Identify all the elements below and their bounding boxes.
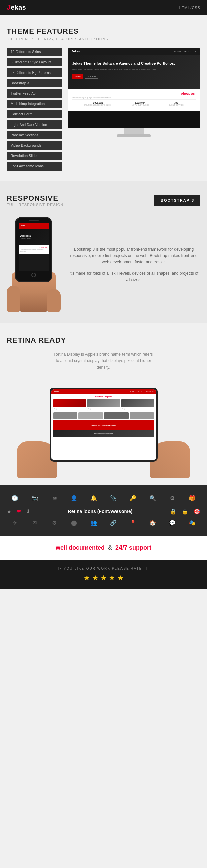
icons-grid-top: 🕐 📷 ✉ 👤 🔔 📎 🔑 🔍 ⚙ 🎁 xyxy=(7,495,200,501)
tablet-card-label-1: Project 1 xyxy=(53,407,86,411)
feature-btn-2[interactable]: 26 Differents Bg Patterns xyxy=(7,68,62,77)
logo-j-letter: J xyxy=(7,4,10,11)
monitor-mockup: Jekas. HOME ABOUT S Jekas Theme for Soft… xyxy=(67,48,200,137)
monitor-about: About Us. The flexible way to give your … xyxy=(68,89,200,112)
tablet-thumb-3 xyxy=(104,412,129,419)
feature-btn-3[interactable]: Bootstrap 3 xyxy=(7,79,62,87)
phone-about-text: Lorem ipsum dolor sit amet consectetur a… xyxy=(20,249,47,252)
monitor-hero-text: lorem ipsum, diqui alte, varnisi lego se… xyxy=(72,68,196,71)
responsive-content: Jekas. WEB DESIGN! Creative & Modern Abo… xyxy=(7,217,200,312)
tablet-card-2: Project 2 xyxy=(87,399,120,411)
icon-chat: 💬 xyxy=(164,520,181,526)
tablet-portfolio-title: Portfolio Projects xyxy=(53,396,154,398)
icon-home: 🏠 xyxy=(145,520,161,526)
tablet-body: Jekas. HOME ABOUT PORTFOLIO Portfolio Pr… xyxy=(50,388,157,462)
logo: Jekas xyxy=(7,4,26,11)
documented-link[interactable]: well documented xyxy=(55,545,105,551)
icon-heart: ❤ xyxy=(17,508,21,515)
phone-speaker xyxy=(29,220,39,221)
monitor-hero: Jekas Theme for Software Agency and Crea… xyxy=(68,55,200,89)
retina-label-title: Retina icons (FontAwesome) xyxy=(35,508,165,514)
feature-btn-10[interactable]: Revolution Slider xyxy=(7,152,62,160)
tablet-card-img-2 xyxy=(87,399,120,407)
icon-download: ⬇ xyxy=(26,508,30,515)
tablet-visual: Jekas. HOME ABOUT PORTFOLIO Portfolio Pr… xyxy=(7,378,200,485)
phone-screen-hero: WEB DESIGN! Creative & Modern xyxy=(19,228,49,245)
feature-btn-6[interactable]: Contact Form xyxy=(7,110,62,119)
retina-section: RETINA READY Retina Display is Apple's b… xyxy=(0,322,207,485)
monitor-details-btn[interactable]: Details xyxy=(72,74,83,79)
phone-upper: Jekas. WEB DESIGN! Creative & Modern Abo… xyxy=(15,217,52,282)
monitor-stats: 1,900,123 ONLINE BUSINESS SINCE 2003 6,2… xyxy=(72,99,196,108)
monitor-base xyxy=(117,134,151,137)
documented-section: well documented & 24/7 support xyxy=(0,536,207,560)
monitor-nav-s: S xyxy=(195,50,196,53)
feature-btn-9[interactable]: Video Backgrounds xyxy=(7,141,62,150)
tablet-content-area: Portfolio Projects Project 1 Project 2 xyxy=(52,394,156,439)
icon-lock-1: 🔒 xyxy=(170,508,177,515)
phone-hero-title: WEB DESIGN! xyxy=(20,235,47,237)
responsive-header-left: RESPONSIVE FULL RESPONSIVE DESIGN xyxy=(7,194,63,207)
icon-gift: 🎁 xyxy=(184,495,201,501)
monitor-nav: Jekas. HOME ABOUT S xyxy=(68,48,200,55)
monitor-buy-btn[interactable]: Buy Now xyxy=(85,74,98,79)
tablet-thumbs xyxy=(53,412,154,419)
tablet-nav-logo: Jekas. xyxy=(53,391,59,393)
icon-gear: ⚙ xyxy=(164,495,181,501)
icons-mid-right: 🔒 🔓 🎯 xyxy=(170,508,200,515)
phone-hero-sub: Creative & Modern xyxy=(20,238,47,239)
feature-btn-5[interactable]: Mailchimp Integration xyxy=(7,100,62,108)
tablet-card-label-2: Project 2 xyxy=(87,407,120,411)
monitor-stat-2: 6,233,054 HAPPY CUSTOMERS xyxy=(131,102,150,106)
icon-group: 👥 xyxy=(85,520,102,526)
icon-target: 🎯 xyxy=(193,508,200,515)
retina-text: Retina Display is Apple's brand name ter… xyxy=(53,351,154,371)
feature-btn-11[interactable]: Font Awesome Icons xyxy=(7,162,62,170)
star-3: ★ xyxy=(100,574,107,582)
icon-camera: 📷 xyxy=(27,495,43,501)
tablet-thumb-1 xyxy=(53,412,78,419)
phone-body: Jekas. WEB DESIGN! Creative & Modern Abo… xyxy=(15,217,52,282)
features-list: 10 Differents Skins 3 Differents Style L… xyxy=(7,48,62,170)
tablet-nav-link-1: HOME xyxy=(130,391,135,393)
icons-section: 🕐 📷 ✉ 👤 🔔 📎 🔑 🔍 ⚙ 🎁 ★ ❤ ⬇ Retina icons (… xyxy=(0,485,207,536)
monitor-hero-btns: Details Buy Now xyxy=(72,74,196,79)
star-1: ★ xyxy=(83,574,90,582)
logo-text: ekas xyxy=(11,4,26,11)
monitor-stat-1-num: 1,900,123 xyxy=(84,102,111,104)
feature-btn-8[interactable]: Parallax Sections xyxy=(7,131,62,139)
phone-screen-white: About Us. Lorem ipsum dolor sit amet con… xyxy=(19,245,49,254)
responsive-subtitle: FULL RESPONSIVE DESIGN xyxy=(7,203,63,207)
tablet-hero-section: Section with video background xyxy=(53,420,154,430)
icons-mid-left: ★ ❤ ⬇ xyxy=(7,508,30,515)
tablet-card-label-3: Project 3 xyxy=(121,407,154,411)
monitor-screen: Jekas. HOME ABOUT S Jekas Theme for Soft… xyxy=(68,48,200,128)
features-title: THEME FEATURES xyxy=(7,27,200,36)
phone-visual: Jekas. WEB DESIGN! Creative & Modern Abo… xyxy=(7,217,60,312)
monitor-stat-3-num: 780 xyxy=(169,102,184,104)
icon-lock-2: 🔓 xyxy=(182,508,188,515)
responsive-header: RESPONSIVE FULL RESPONSIVE DESIGN BOOTST… xyxy=(7,194,200,207)
monitor-stat-1: 1,900,123 ONLINE BUSINESS SINCE 2003 xyxy=(84,102,111,106)
tablet-nav: Jekas. HOME ABOUT PORTFOLIO xyxy=(52,390,156,394)
monitor-nav-about: ABOUT xyxy=(184,50,192,53)
stars-container[interactable]: ★ ★ ★ ★ ★ xyxy=(7,574,200,582)
tablet-thumb-4 xyxy=(130,412,154,419)
rate-text: IF YOU LIKE OUR WORK PLEASE RATE IT. xyxy=(7,566,200,570)
retina-title: RETINA READY xyxy=(7,336,200,345)
features-subtitle: DIFFERENT SETTINGS, FEATURES AND OPTIONS… xyxy=(7,37,200,41)
responsive-title: RESPONSIVE xyxy=(7,194,63,203)
monitor-stand xyxy=(124,128,144,134)
monitor-container: Jekas. HOME ABOUT S Jekas Theme for Soft… xyxy=(68,48,200,137)
star-2: ★ xyxy=(92,574,99,582)
feature-btn-1[interactable]: 3 Differents Style Layouts xyxy=(7,58,62,66)
tablet-card-img-3 xyxy=(121,399,154,407)
feature-btn-7[interactable]: Light And Dark Version xyxy=(7,121,62,129)
responsive-text-1: Bootstrap 3 is the most popular front-en… xyxy=(67,246,200,266)
monitor-hero-title: Jekas Theme for Software Agency and Crea… xyxy=(72,61,196,66)
responsive-text: Bootstrap 3 is the most popular front-en… xyxy=(67,246,200,283)
retina-content: Retina Display is Apple's brand name ter… xyxy=(7,351,200,485)
feature-btn-0[interactable]: 10 Differents Skins xyxy=(7,48,62,56)
feature-btn-4[interactable]: Twitter Feed Api xyxy=(7,89,62,98)
phone-screen-header: Jekas. xyxy=(19,222,49,228)
